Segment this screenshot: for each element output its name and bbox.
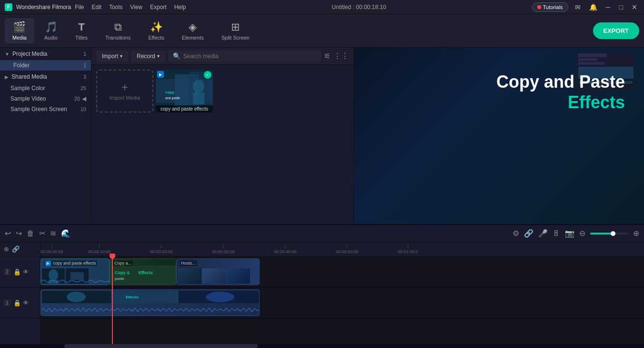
frame-3a [178, 268, 201, 284]
redo-button[interactable]: ↪ [16, 229, 22, 238]
delete-button[interactable]: 🗑 [27, 229, 34, 238]
audio-track-icon[interactable]: 🎚 [553, 229, 560, 238]
toolbar-media[interactable]: 🎬 Media [5, 18, 34, 43]
sidebar-section-project-media[interactable]: ▼ Project Media 1 [0, 48, 91, 60]
toolbar-transitions[interactable]: ⧉ Transitions [98, 18, 138, 43]
clip-effects-overlay[interactable]: Copy a... Copy & paste Effects [110, 258, 176, 285]
sample-green-screen-label: Sample Green Screen [10, 106, 67, 113]
zoom-in-icon[interactable]: ⊕ [633, 229, 639, 238]
tutorials-button[interactable]: Tutorials [532, 2, 568, 12]
zoom-slider[interactable] [590, 233, 628, 235]
track-row-2: ▶ copy and paste effects [40, 256, 644, 287]
import-button[interactable]: Import ▾ [96, 51, 128, 62]
svg-rect-30 [110, 266, 176, 285]
timeline-right-tools: ⚙ 🔗 🎤 🎚 📷 ⊖ ⊕ [513, 229, 639, 238]
menu-tools[interactable]: Tools [109, 4, 122, 10]
toolbar-audio[interactable]: 🎵 Audio [37, 18, 65, 43]
waveform-button[interactable]: 🌊 [61, 229, 70, 238]
undo-button[interactable]: ↩ [5, 229, 11, 238]
menu-export[interactable]: Export [150, 4, 167, 10]
toolbar-effects[interactable]: ✨ Effects [141, 18, 171, 43]
audio-icon: 🎵 [45, 21, 58, 33]
mic-icon[interactable]: 🎤 [538, 229, 548, 238]
titles-icon: T [78, 21, 84, 33]
link-icon[interactable]: 🔗 [12, 246, 20, 253]
import-plus-icon: + [121, 82, 128, 93]
split-screen-label: Split Screen [221, 35, 250, 41]
titlebar-right-controls: Tutorials ✉ 🔔 ─ □ ✕ [532, 2, 639, 12]
media-item-copy-paste[interactable]: copy and paste ▶ ✓ copy and paste effect… [156, 70, 213, 113]
track-2-icons: 🔒 👁 [13, 268, 29, 276]
magnet-icon[interactable]: 🔗 [524, 229, 533, 238]
svg-rect-9 [578, 53, 607, 57]
sidebar-item-sample-color[interactable]: Sample Color 25 [0, 83, 91, 93]
sample-video-count: 20 [74, 96, 80, 102]
filter-icon[interactable]: ⚟ [324, 51, 331, 61]
track-label-2: 2 🔒 👁 [0, 256, 40, 287]
shared-media-count: 3 [83, 74, 86, 80]
menu-file[interactable]: File [75, 4, 84, 10]
sidebar-item-folder[interactable]: Folder 1 [0, 60, 91, 71]
camera-icon[interactable]: 📷 [565, 229, 574, 238]
media-label: Media [12, 35, 27, 41]
effects-icon: ✨ [150, 21, 163, 33]
mail-icon[interactable]: ✉ [573, 2, 583, 12]
transitions-icon: ⧉ [114, 21, 122, 33]
preview-title-line2: Effects [496, 92, 625, 113]
timeline-scrollbar[interactable] [0, 344, 644, 348]
track-labels: ⊕ 🔗 2 🔒 👁 1 🔒 👁 [0, 242, 40, 344]
import-media-placeholder[interactable]: + Import Media [96, 70, 153, 113]
record-button[interactable]: Record ▾ [131, 51, 165, 62]
main-frame-3 [179, 291, 259, 303]
menu-help[interactable]: Help [174, 4, 186, 10]
folder-count: 1 [83, 62, 86, 68]
timeline-scrollbar-thumb[interactable] [64, 344, 258, 348]
svg-point-35 [67, 292, 86, 302]
clip-frames-3 [177, 267, 259, 285]
minimize-button[interactable]: ─ [604, 2, 613, 12]
maximize-button[interactable]: □ [617, 2, 625, 12]
tutorials-label: Tutorials [543, 4, 563, 10]
thumb-overlay: ✓ [202, 70, 213, 80]
clip-waveform [41, 278, 109, 285]
menu-edit[interactable]: Edit [92, 4, 102, 10]
menu-view[interactable]: View [130, 4, 142, 10]
main-frame-2: Effects [111, 291, 178, 303]
track-1-hide-icon[interactable]: 👁 [23, 299, 29, 307]
track-1-lock-icon[interactable]: 🔒 [13, 299, 21, 307]
audio-settings-button[interactable]: ≋ [50, 229, 56, 238]
sidebar-item-sample-green-screen[interactable]: Sample Green Screen 10 [0, 104, 91, 114]
add-track-icon[interactable]: ⊕ [4, 246, 9, 253]
timeline-settings-icon[interactable]: ⚙ [513, 229, 519, 238]
timeline-ruler: 00:00:00:00 00:00:10:00 00:00:20:00 00:0… [40, 242, 644, 256]
search-input[interactable] [183, 53, 316, 60]
track-2-lock-icon[interactable]: 🔒 [13, 268, 21, 276]
titles-label: Titles [75, 35, 88, 41]
timeline-actions: ⊕ 🔗 [0, 242, 40, 256]
track-number-1: 1 [4, 299, 10, 307]
sidebar-section-shared-media[interactable]: ▶ Shared Media 3 [0, 71, 91, 83]
menu-bar: File Edit Tools View Export Help [75, 4, 186, 10]
zoom-handle[interactable] [611, 231, 615, 236]
clip-hosts[interactable]: Hosts... [176, 258, 260, 285]
grid-view-icon[interactable]: ⋮⋮ [333, 51, 349, 61]
import-chevron-icon: ▾ [120, 53, 122, 59]
toolbar-elements[interactable]: ◈ Elements [174, 18, 211, 43]
svg-text:Copy &: Copy & [115, 270, 130, 275]
video-type-icon: ▶ [157, 71, 164, 78]
track-label-1: 1 🔒 👁 [0, 287, 40, 318]
sidebar-item-sample-video[interactable]: Sample Video 20 ◀ [0, 93, 91, 104]
clip-copy-paste-effects[interactable]: ▶ copy and paste effects [40, 258, 110, 285]
clip-main-video[interactable]: Effects [40, 289, 260, 316]
project-media-count: 1 [83, 51, 86, 57]
notifications-icon[interactable]: 🔔 [587, 2, 599, 12]
effects-label: Effects [148, 35, 164, 41]
zoom-out-icon[interactable]: ⊖ [579, 229, 585, 238]
toolbar-split-screen[interactable]: ⊞ Split Screen [214, 18, 257, 43]
toolbar-titles[interactable]: T Titles [68, 18, 95, 43]
export-button[interactable]: EXPORT [593, 22, 639, 39]
track-2-hide-icon[interactable]: 👁 [23, 268, 29, 276]
sample-green-screen-count: 10 [80, 106, 86, 112]
close-button[interactable]: ✕ [630, 2, 639, 12]
split-button[interactable]: ✂ [39, 229, 45, 238]
